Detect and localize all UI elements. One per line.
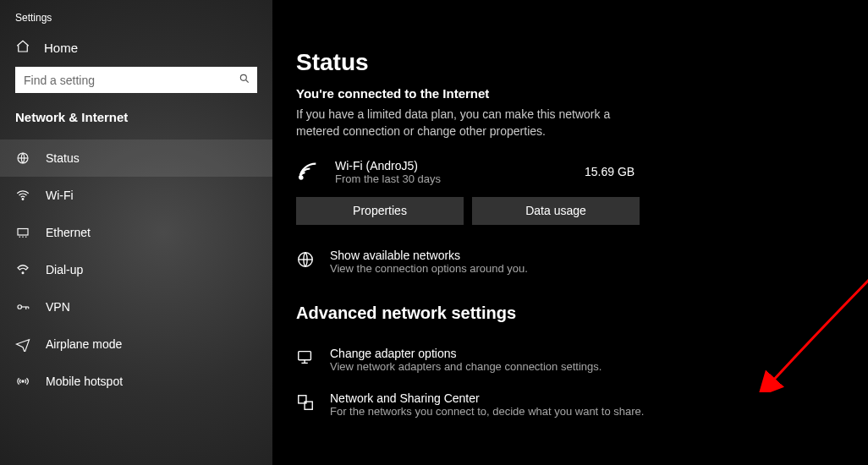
- globe-icon: [296, 250, 315, 269]
- connection-sub: From the last 30 days: [335, 172, 441, 185]
- search-input[interactable]: Find a setting: [15, 67, 257, 93]
- ethernet-icon: [15, 225, 30, 240]
- sharing-icon: [296, 393, 315, 412]
- nav-vpn-label: VPN: [46, 300, 70, 314]
- nav-dialup-label: Dial-up: [46, 263, 83, 276]
- main-content: Status You're connected to the Internet …: [272, 0, 868, 465]
- svg-point-4: [22, 199, 24, 200]
- nav-ethernet-label: Ethernet: [46, 226, 91, 239]
- home-icon: [15, 39, 30, 57]
- advanced-heading: Advanced network settings: [296, 304, 838, 323]
- nav-airplane[interactable]: Airplane mode: [0, 326, 272, 363]
- nav-status[interactable]: Status: [0, 140, 272, 177]
- settings-sidebar: Settings Home Find a setting Network & I…: [0, 0, 272, 465]
- nav-ethernet[interactable]: Ethernet: [0, 214, 272, 251]
- network-sharing-center[interactable]: Network and Sharing Center For the netwo…: [296, 391, 838, 418]
- properties-button[interactable]: Properties: [296, 197, 464, 225]
- connection-name: Wi-Fi (AndroJ5): [335, 159, 441, 172]
- app-title: Settings: [0, 8, 272, 36]
- connection-row: Wi-Fi (AndroJ5) From the last 30 days 15…: [296, 159, 838, 185]
- available-networks-title: Show available networks: [330, 249, 528, 262]
- svg-point-14: [22, 380, 24, 382]
- nav-wifi[interactable]: Wi-Fi: [0, 177, 272, 214]
- dialup-icon: [15, 262, 30, 277]
- search-icon: [239, 73, 250, 87]
- page-title: Status: [296, 49, 838, 76]
- adapter-sub: View network adapters and change connect…: [330, 360, 602, 373]
- status-icon: [15, 150, 30, 166]
- nav-hotspot-label: Mobile hotspot: [46, 375, 123, 388]
- show-available-networks[interactable]: Show available networks View the connect…: [296, 249, 838, 275]
- sharing-sub: For the networks you connect to, decide …: [330, 405, 644, 418]
- section-heading: Network & Internet: [0, 108, 272, 140]
- svg-point-9: [22, 272, 24, 274]
- nav-vpn[interactable]: VPN: [0, 288, 272, 326]
- svg-rect-18: [299, 351, 311, 359]
- nav-status-label: Status: [46, 151, 80, 165]
- change-adapter-options[interactable]: Change adapter options View network adap…: [296, 347, 838, 373]
- svg-rect-5: [18, 229, 28, 236]
- nav-airplane-label: Airplane mode: [46, 337, 122, 351]
- svg-point-15: [299, 176, 303, 179]
- connection-status-heading: You're connected to the Internet: [296, 86, 838, 101]
- hotspot-icon: [15, 374, 30, 389]
- search-placeholder: Find a setting: [24, 74, 239, 87]
- adapter-icon: [296, 348, 315, 367]
- vpn-icon: [15, 299, 30, 315]
- wifi-icon: [15, 188, 30, 203]
- nav-home[interactable]: Home: [0, 36, 272, 67]
- nav-wifi-label: Wi-Fi: [46, 189, 74, 202]
- available-networks-sub: View the connection options around you.: [330, 262, 528, 275]
- airplane-icon: [15, 336, 30, 352]
- nav-hotspot[interactable]: Mobile hotspot: [0, 363, 272, 400]
- nav-dialup[interactable]: Dial-up: [0, 251, 272, 288]
- svg-line-1: [246, 80, 249, 83]
- wifi-signal-icon: [296, 160, 320, 183]
- data-usage-button[interactable]: Data usage: [472, 197, 640, 225]
- connection-status-body: If you have a limited data plan, you can…: [296, 106, 651, 140]
- adapter-title: Change adapter options: [330, 347, 602, 360]
- svg-point-0: [240, 74, 246, 80]
- connection-usage: 15.69 GB: [585, 165, 635, 178]
- svg-point-10: [18, 305, 22, 309]
- sharing-title: Network and Sharing Center: [330, 391, 644, 405]
- nav-home-label: Home: [44, 41, 78, 55]
